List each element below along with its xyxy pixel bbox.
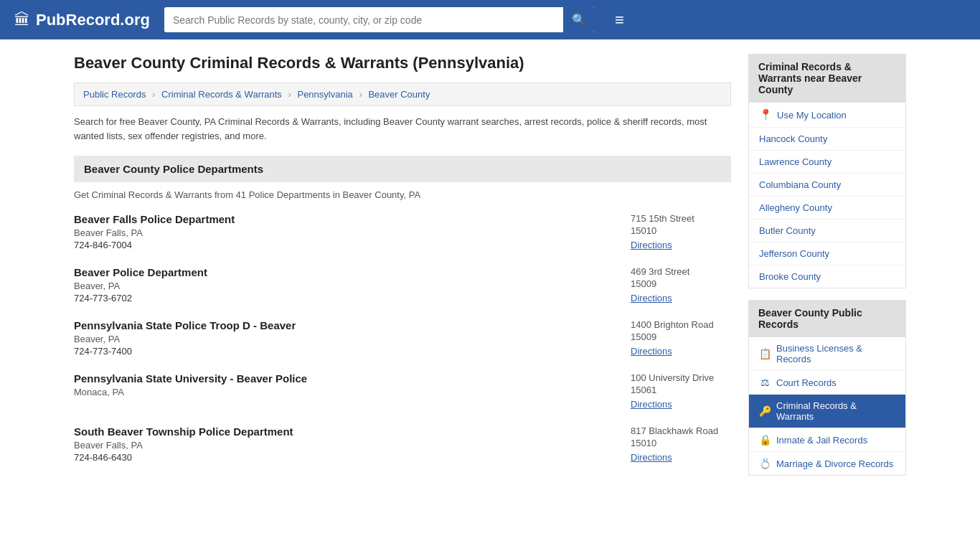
dept-info: South Beaver Township Police Department …: [74, 425, 616, 463]
public-record-link[interactable]: 🔒Inmate & Jail Records: [749, 428, 905, 451]
directions-link[interactable]: Directions: [631, 452, 672, 463]
dept-info: Beaver Falls Police Department Beaver Fa…: [74, 213, 616, 250]
department-entry: Pennsylvania State University - Beaver P…: [74, 372, 731, 410]
dept-name: Beaver Falls Police Department: [74, 213, 616, 225]
nearby-county-link[interactable]: Allegheny County: [749, 197, 905, 219]
section-subtext: Get Criminal Records & Warrants from 41 …: [74, 189, 731, 200]
department-entry: South Beaver Township Police Department …: [74, 425, 731, 463]
nearby-box: Criminal Records & Warrants near Beaver …: [748, 54, 906, 288]
dept-street: 469 3rd Street: [631, 266, 731, 277]
nearby-county-link[interactable]: Jefferson County: [749, 242, 905, 265]
site-header: 🏛 PubRecord.org 🔍 ≡: [0, 0, 980, 39]
breadcrumb-criminal-records[interactable]: Criminal Records & Warrants: [161, 89, 282, 100]
dept-info: Pennsylvania State University - Beaver P…: [74, 372, 616, 399]
dept-city-state: Beaver Falls, PA: [74, 227, 616, 238]
dept-zip: 15061: [631, 385, 731, 395]
nearby-county-item: Lawrence County: [749, 151, 905, 174]
section-header: Beaver County Police Departments: [74, 156, 731, 182]
dept-name: Beaver Police Department: [74, 266, 616, 278]
public-record-item: 📋Business Licenses & Records: [749, 337, 905, 371]
record-icon: 📋: [759, 348, 771, 359]
main-container: Beaver County Criminal Records & Warrant…: [60, 39, 920, 501]
public-record-link[interactable]: 🔑Criminal Records & Warrants: [749, 395, 905, 428]
public-records-header: Beaver County Public Records: [748, 300, 906, 337]
dept-street: 817 Blackhawk Road: [631, 425, 731, 436]
dept-location: 469 3rd Street 15009 Directions: [616, 266, 731, 303]
search-button[interactable]: 🔍: [563, 7, 595, 32]
public-record-link[interactable]: 📋Business Licenses & Records: [749, 337, 905, 370]
logo-text: PubRecord.org: [36, 11, 150, 29]
breadcrumb-sep-3: ›: [359, 89, 362, 100]
nearby-county-link[interactable]: Butler County: [749, 220, 905, 242]
nearby-county-item: Jefferson County: [749, 242, 905, 265]
nearby-header: Criminal Records & Warrants near Beaver …: [748, 54, 906, 103]
record-label: Inmate & Jail Records: [776, 435, 867, 446]
content-area: Beaver County Criminal Records & Warrant…: [74, 54, 731, 487]
nearby-county-item: Butler County: [749, 220, 905, 242]
breadcrumb: Public Records › Criminal Records & Warr…: [74, 83, 731, 106]
nearby-county-link[interactable]: Columbiana County: [749, 174, 905, 196]
dept-street: 1400 Brighton Road: [631, 319, 731, 330]
logo-icon: 🏛: [14, 11, 30, 29]
breadcrumb-pennsylvania[interactable]: Pennsylvania: [297, 89, 352, 100]
dept-location: 817 Blackhawk Road 15010 Directions: [616, 425, 731, 463]
page-description: Search for free Beaver County, PA Crimin…: [74, 115, 731, 143]
record-label: Criminal Records & Warrants: [776, 400, 895, 422]
nearby-county-item: Brooke County: [749, 265, 905, 288]
record-icon: 🔑: [759, 405, 771, 417]
directions-link[interactable]: Directions: [631, 346, 672, 357]
page-title: Beaver County Criminal Records & Warrant…: [74, 54, 731, 72]
record-icon: ⚖: [759, 377, 771, 388]
public-record-item: 💍Marriage & Divorce Records: [749, 452, 905, 475]
sidebar: Criminal Records & Warrants near Beaver …: [748, 54, 906, 487]
nearby-list: 📍Use My LocationHancock CountyLawrence C…: [748, 103, 906, 288]
breadcrumb-sep-2: ›: [288, 89, 291, 100]
breadcrumb-beaver-county[interactable]: Beaver County: [368, 89, 430, 100]
department-entry: Beaver Police Department Beaver, PA 724-…: [74, 266, 731, 303]
dept-city-state: Beaver Falls, PA: [74, 440, 616, 451]
use-my-location-label: Use My Location: [777, 110, 847, 121]
search-bar: 🔍: [164, 7, 595, 32]
record-label: Court Records: [776, 377, 837, 388]
nearby-county-item: Allegheny County: [749, 197, 905, 220]
dept-street: 715 15th Street: [631, 213, 731, 224]
breadcrumb-public-records[interactable]: Public Records: [83, 89, 146, 100]
department-entry: Pennsylvania State Police Troop D - Beav…: [74, 319, 731, 357]
use-my-location-item: 📍Use My Location: [749, 103, 905, 128]
public-record-item: 🔑Criminal Records & Warrants: [749, 395, 905, 428]
public-records-list: 📋Business Licenses & Records⚖Court Recor…: [748, 337, 906, 476]
directions-link[interactable]: Directions: [631, 293, 672, 303]
nearby-county-link[interactable]: Hancock County: [749, 128, 905, 150]
record-icon: 🔒: [759, 434, 771, 446]
dept-street: 100 University Drive: [631, 372, 731, 383]
dept-name: Pennsylvania State Police Troop D - Beav…: [74, 319, 616, 331]
search-input[interactable]: [164, 9, 563, 32]
nearby-county-item: Columbiana County: [749, 174, 905, 197]
directions-link[interactable]: Directions: [631, 240, 672, 250]
directions-link[interactable]: Directions: [631, 399, 672, 410]
dept-phone: 724-773-6702: [74, 293, 616, 303]
dept-location: 715 15th Street 15010 Directions: [616, 213, 731, 250]
record-label: Business Licenses & Records: [776, 343, 895, 364]
dept-name: Pennsylvania State University - Beaver P…: [74, 372, 616, 385]
dept-city-state: Beaver, PA: [74, 334, 616, 344]
location-icon: 📍: [759, 108, 773, 121]
public-record-link[interactable]: 💍Marriage & Divorce Records: [749, 452, 905, 475]
public-record-item: 🔒Inmate & Jail Records: [749, 428, 905, 452]
use-my-location-link[interactable]: 📍Use My Location: [749, 103, 905, 127]
dept-zip: 15009: [631, 331, 731, 342]
site-logo[interactable]: 🏛 PubRecord.org: [14, 11, 150, 29]
dept-zip: 15009: [631, 278, 731, 289]
nearby-county-link[interactable]: Brooke County: [749, 265, 905, 288]
department-entry: Beaver Falls Police Department Beaver Fa…: [74, 213, 731, 250]
nearby-county-link[interactable]: Lawrence County: [749, 151, 905, 173]
public-record-link[interactable]: ⚖Court Records: [749, 371, 905, 394]
public-records-box: Beaver County Public Records 📋Business L…: [748, 300, 906, 476]
menu-button[interactable]: ≡: [609, 8, 630, 32]
record-icon: 💍: [759, 458, 771, 469]
departments-list: Beaver Falls Police Department Beaver Fa…: [74, 213, 731, 463]
nearby-county-item: Hancock County: [749, 128, 905, 151]
breadcrumb-sep-1: ›: [152, 89, 155, 100]
dept-city-state: Beaver, PA: [74, 281, 616, 291]
dept-location: 100 University Drive 15061 Directions: [616, 372, 731, 410]
